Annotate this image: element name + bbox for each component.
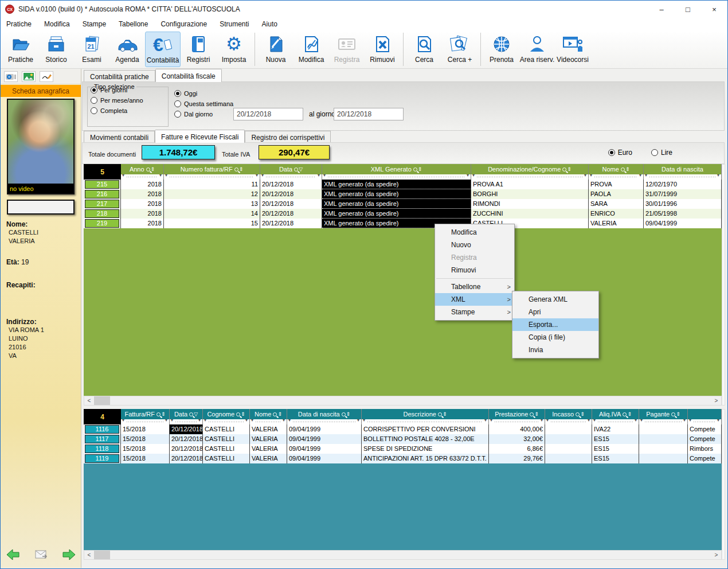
column-header-prestazione[interactable]: Prestazione⇕ <box>489 409 545 424</box>
table-row[interactable]: 21520181120/12/2018XML generato (da sped… <box>84 180 722 189</box>
detail-table-hscrollbar[interactable]: < > <box>84 550 722 560</box>
cerca-plus-button[interactable]: Cerca + <box>442 32 477 67</box>
menu-strumenti[interactable]: Strumenti <box>220 20 249 28</box>
table-cell[interactable]: SPESE DI SPEDIZIONE <box>362 444 489 454</box>
menu-item-apri[interactable]: Apri <box>512 306 598 318</box>
table-cell[interactable] <box>545 454 592 463</box>
pratiche-button[interactable]: Pratiche <box>3 32 38 67</box>
column-header-aliq[interactable]: Aliq.IVA⇕ <box>592 409 639 424</box>
contabilita-button[interactable]: € Contabilità <box>145 32 181 67</box>
radio-oggi[interactable]: Oggi <box>174 89 233 98</box>
image-icon[interactable] <box>22 71 36 82</box>
table-cell[interactable] <box>639 434 688 444</box>
table-cell[interactable]: RIMONDI <box>471 199 589 209</box>
table-cell[interactable]: Rimbors <box>688 444 722 454</box>
table-cell[interactable]: 15 <box>164 219 260 228</box>
table-cell[interactable]: ANTICIPAZIONI ART. 15 DPR 633/72 D.T.T. <box>362 454 489 463</box>
table-cell[interactable]: VALERIA <box>250 454 287 463</box>
table-cell[interactable]: 6,86€ <box>489 444 545 454</box>
column-filter[interactable] <box>250 419 287 424</box>
column-filter[interactable] <box>639 419 687 424</box>
column-filter[interactable] <box>688 419 721 424</box>
column-filter[interactable] <box>471 174 588 180</box>
table-cell[interactable]: 11 <box>164 180 260 189</box>
table-cell[interactable]: 29,76€ <box>489 454 545 463</box>
table-cell[interactable] <box>545 424 592 434</box>
table-row[interactable]: 111615/201820/12/2018CASTELLIVALERIA09/0… <box>84 424 722 434</box>
scrollbar-thumb[interactable] <box>94 396 110 405</box>
column-header-numero[interactable]: Numero fattura/RF⇕ <box>164 164 260 180</box>
table-cell[interactable]: VALERIA <box>250 424 287 434</box>
menu-configurazione[interactable]: Configurazione <box>161 20 207 28</box>
table-cell[interactable]: 20/12/2018 <box>260 199 322 209</box>
tab-movimenti-contabili[interactable]: Movimenti contabili <box>84 131 155 143</box>
table-cell[interactable]: PROVA A1 <box>471 180 589 189</box>
table-cell[interactable]: 20/12/2018 <box>170 444 203 454</box>
radio-dal-giorno[interactable]: Dal giorno <box>174 110 233 119</box>
menu-item-stampe[interactable]: Stampe> <box>435 306 514 318</box>
table-cell[interactable]: 15/2018 <box>121 444 170 454</box>
table-cell[interactable]: 09/04/1999 <box>644 219 722 228</box>
tab-registro-corrispettivi[interactable]: Registro dei corrispettivi <box>245 131 331 143</box>
column-header-nome[interactable]: Nome⇕ <box>589 164 644 180</box>
table-cell[interactable]: 20/12/2018 <box>260 209 322 219</box>
column-header-xml[interactable]: XML Generato⇕ <box>322 164 471 180</box>
table-cell[interactable]: BORGHI <box>471 189 589 199</box>
radio-completa[interactable]: Completa <box>91 106 143 115</box>
row-number-badge[interactable]: 215 <box>84 180 121 189</box>
table-cell[interactable]: 2018 <box>121 180 164 189</box>
table-cell[interactable]: 2018 <box>121 209 164 219</box>
radio-questa-settimana[interactable]: Questa settimana <box>174 99 233 108</box>
agenda-button[interactable]: Agenda <box>109 32 145 67</box>
menu-item-genera-xml[interactable]: Genera XML <box>512 293 598 306</box>
table-cell[interactable]: VALERIA <box>250 444 287 454</box>
table-row[interactable]: 111715/201820/12/2018CASTELLIVALERIA09/0… <box>84 434 722 444</box>
radio-euro[interactable]: Euro <box>608 149 632 157</box>
detail-table-vscrollbar[interactable] <box>722 409 725 560</box>
column-header-pagante[interactable]: Pagante⇕ <box>639 409 688 424</box>
to-date-input[interactable]: 20/12/2018 <box>334 108 404 120</box>
column-header-data[interactable]: Data▽ <box>260 164 322 180</box>
row-number-badge[interactable]: 1119 <box>84 454 121 463</box>
rimuovi-button[interactable]: Rimuovi <box>365 32 400 67</box>
table-cell[interactable]: CASTELLI <box>203 434 250 444</box>
row-number-badge[interactable]: 216 <box>84 189 121 199</box>
column-filter[interactable] <box>164 174 260 180</box>
table-row[interactable]: 111915/201820/12/2018CASTELLIVALERIA09/0… <box>84 454 722 463</box>
videocorsi-button[interactable]: Videocorsi <box>555 32 590 67</box>
table-cell[interactable] <box>639 444 688 454</box>
table-cell[interactable]: 31/07/1999 <box>644 189 722 199</box>
from-date-input[interactable]: 20/12/2018 <box>233 108 303 120</box>
table-cell[interactable]: 15/2018 <box>121 434 170 444</box>
scrollbar-thumb[interactable] <box>94 551 110 559</box>
row-number-badge[interactable]: 1118 <box>84 444 121 454</box>
modifica-button[interactable]: Modifica <box>293 32 329 67</box>
table-cell[interactable]: 30/01/1996 <box>644 199 722 209</box>
table-cell[interactable]: 09/04/1999 <box>287 454 362 463</box>
table-cell[interactable]: XML generato (da spedire) <box>322 189 471 199</box>
table-cell[interactable]: 32,00€ <box>489 434 545 444</box>
radio-per-mese-anno[interactable]: Per mese/anno <box>91 96 143 105</box>
table-cell[interactable]: 20/12/2018 <box>170 454 203 463</box>
column-filter[interactable] <box>545 419 592 424</box>
table-cell[interactable]: ES15 <box>592 434 639 444</box>
camera-icon[interactable] <box>4 71 18 82</box>
table-cell[interactable] <box>639 424 688 434</box>
table-cell[interactable]: 13 <box>164 199 260 209</box>
scroll-left-icon[interactable]: < <box>84 551 94 559</box>
area-riservata-button[interactable]: Area riserv. <box>519 32 555 67</box>
table-cell[interactable]: 15/2018 <box>121 424 170 434</box>
prenota-button[interactable]: Prenota <box>484 32 519 67</box>
table-cell[interactable]: 12 <box>164 189 260 199</box>
scroll-right-icon[interactable]: > <box>711 396 721 405</box>
table-cell[interactable]: CORRISPETTIVO PER CONVERSIONI <box>362 424 489 434</box>
imposta-button[interactable]: ⚙ Imposta <box>216 32 252 67</box>
table-row[interactable]: 21920181520/12/2018XML generato (da sped… <box>84 219 722 228</box>
registri-button[interactable]: Registri <box>181 32 216 67</box>
table-cell[interactable]: BOLLETTINO POSTALE 4028 - 32,00E <box>362 434 489 444</box>
scroll-left-icon[interactable]: < <box>84 396 94 405</box>
close-button[interactable]: × <box>701 1 727 18</box>
next-student-button[interactable] <box>62 548 76 561</box>
column-filter[interactable] <box>260 174 322 180</box>
cerca-button[interactable]: Cerca <box>406 32 442 67</box>
